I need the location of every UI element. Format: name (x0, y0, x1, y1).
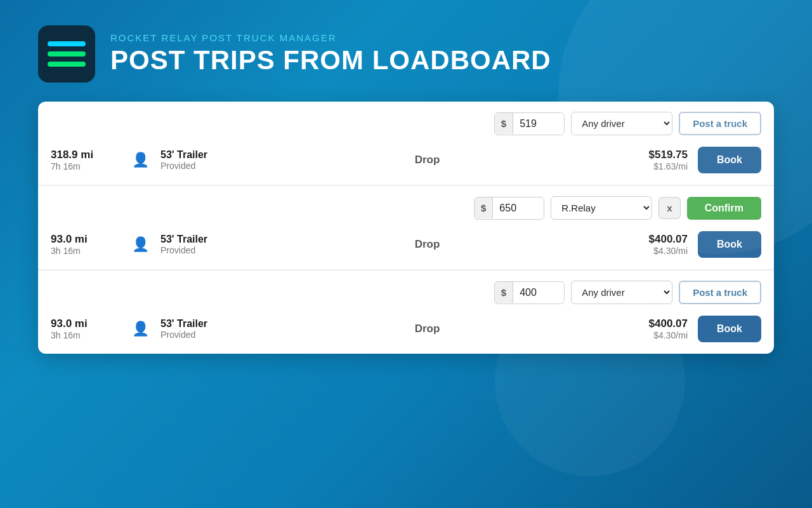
logo-bar-green-2 (48, 62, 86, 67)
trip-3-trailer-type: 53' Trailer (160, 318, 237, 330)
trip-1-dollar-sign: $ (495, 113, 513, 134)
trip-3-trailer-provided: Provided (160, 330, 237, 340)
trip-1-post-truck-button[interactable]: Post a truck (679, 112, 761, 135)
logo-bar-green-1 (48, 51, 86, 57)
trip-2-driver-select[interactable]: Any driver R.Relay Driver 2 (551, 196, 652, 220)
trip-1-price-group: $ (494, 112, 565, 135)
trip-2-confirm-button[interactable]: Confirm (687, 197, 761, 220)
trip-3-service-type: Drop (237, 323, 618, 335)
trip-2-info: 93.0 mi 3h 16m (51, 233, 121, 256)
trip-1-section: $ Any driver R.Relay Driver 2 Post a tru… (38, 102, 774, 186)
trip-1-driver-select[interactable]: Any driver R.Relay Driver 2 (571, 112, 672, 135)
trip-2-time: 3h 16m (51, 246, 121, 256)
trip-3-distance: 93.0 mi (51, 318, 121, 330)
trip-2-price-group: $ (474, 197, 544, 220)
trip-1-bottom-row: 318.9 mi 7h 16m 👤 53' Trailer Provided D… (38, 140, 774, 185)
trip-1-trailer-type: 53' Trailer (160, 149, 237, 161)
trip-2-bottom-row: 93.0 mi 3h 16m 👤 53' Trailer Provided Dr… (38, 225, 774, 269)
trip-2-trailer-type: 53' Trailer (160, 234, 237, 245)
trip-1-info: 318.9 mi 7h 16m (51, 149, 121, 171)
trip-1-trailer-info: 53' Trailer Provided (160, 149, 237, 171)
trip-3-price-total: $400.07 (649, 318, 688, 330)
trips-card: $ Any driver R.Relay Driver 2 Post a tru… (38, 102, 774, 354)
app-title: POST TRIPS FROM LOADBOARD (110, 46, 551, 75)
trip-3-price-input[interactable] (513, 282, 564, 304)
trip-3-person-icon: 👤 (132, 321, 149, 337)
trip-3-bottom-row: 93.0 mi 3h 16m 👤 53' Trailer Provided Dr… (38, 309, 774, 354)
trip-3-price-info: $400.07 $4.30/mi (618, 318, 688, 340)
trip-1-book-button[interactable]: Book (698, 147, 761, 173)
trip-1-price-input[interactable] (513, 113, 564, 135)
trip-3-price-group: $ (494, 281, 565, 304)
trip-3-section: $ Any driver R.Relay Driver 2 Post a tru… (38, 271, 774, 354)
trip-2-price-per-mile: $4.30/mi (653, 246, 688, 256)
app-subtitle: ROCKET RELAY POST TRUCK MANAGER (110, 32, 551, 43)
trip-2-section: $ Any driver R.Relay Driver 2 x Confirm … (38, 186, 774, 271)
trip-1-price-per-mile: $1.63/mi (653, 161, 688, 171)
trip-2-trailer-provided: Provided (160, 245, 237, 255)
trip-3-driver-select[interactable]: Any driver R.Relay Driver 2 (571, 281, 672, 304)
trip-2-trailer-info: 53' Trailer Provided (160, 234, 237, 255)
trip-2-distance: 93.0 mi (51, 233, 121, 246)
main-content: $ Any driver R.Relay Driver 2 Post a tru… (0, 102, 812, 354)
trip-1-person-icon: 👤 (132, 152, 149, 168)
trip-1-distance: 318.9 mi (51, 149, 121, 161)
trip-2-top-row: $ Any driver R.Relay Driver 2 x Confirm (38, 186, 774, 225)
trip-3-trailer-info: 53' Trailer Provided (160, 318, 237, 340)
trip-2-book-button[interactable]: Book (698, 231, 761, 258)
trip-2-dollar-sign: $ (475, 197, 493, 218)
trip-3-top-row: $ Any driver R.Relay Driver 2 Post a tru… (38, 271, 774, 309)
trip-1-trailer-provided: Provided (160, 161, 237, 171)
trip-3-post-truck-button[interactable]: Post a truck (679, 281, 761, 304)
header: ROCKET RELAY POST TRUCK MANAGER POST TRI… (0, 0, 812, 102)
trip-1-time: 7h 16m (51, 161, 121, 171)
trip-2-price-total: $400.07 (649, 233, 688, 246)
trip-2-price-input[interactable] (493, 197, 544, 219)
trip-2-service-type: Drop (237, 238, 618, 251)
trip-3-time: 3h 16m (51, 330, 121, 340)
header-text: ROCKET RELAY POST TRUCK MANAGER POST TRI… (110, 32, 551, 75)
trip-2-price-info: $400.07 $4.30/mi (618, 233, 688, 256)
trip-3-dollar-sign: $ (495, 282, 513, 303)
trip-2-x-button[interactable]: x (658, 197, 680, 219)
trip-3-price-per-mile: $4.30/mi (653, 330, 688, 340)
trip-3-info: 93.0 mi 3h 16m (51, 318, 121, 340)
trip-1-price-total: $519.75 (649, 149, 688, 161)
trip-1-service-type: Drop (237, 154, 618, 166)
trip-1-top-row: $ Any driver R.Relay Driver 2 Post a tru… (38, 102, 774, 140)
logo-bar-cyan (48, 41, 86, 46)
trip-2-person-icon: 👤 (132, 236, 149, 253)
trip-3-book-button[interactable]: Book (698, 316, 761, 342)
logo (38, 25, 95, 83)
trip-1-price-info: $519.75 $1.63/mi (618, 149, 688, 171)
